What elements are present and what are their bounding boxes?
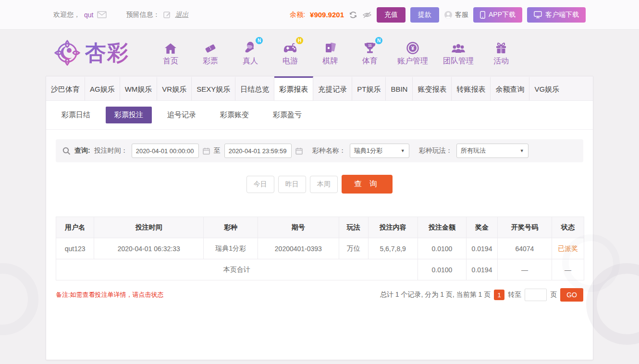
coin-icon: ¥ bbox=[406, 40, 419, 54]
cell-issue: 20200401-0393 bbox=[258, 238, 339, 259]
app-download-label: APP下载 bbox=[489, 11, 516, 19]
col-issue: 期号 bbox=[258, 217, 339, 238]
today-button[interactable]: 今日 bbox=[246, 176, 274, 193]
hot-badge: H bbox=[296, 37, 303, 44]
cell-play: 万位 bbox=[339, 238, 368, 259]
watermark-swirl bbox=[0, 263, 38, 335]
note-text: 备注:如需查看投注单详情，请点击状态 bbox=[56, 291, 164, 299]
total-label: 本页合计 bbox=[56, 259, 418, 280]
subtab-lottery-bets[interactable]: 彩票投注 bbox=[106, 107, 152, 123]
new-badge: N bbox=[375, 37, 382, 44]
subtab-lottery-daily[interactable]: 彩票日结 bbox=[53, 107, 99, 123]
play-type-select[interactable]: 所有玩法 ▼ bbox=[456, 144, 528, 158]
nav-label: 账户管理 bbox=[397, 56, 428, 66]
nav-item-team[interactable]: 团队管理 bbox=[443, 40, 474, 66]
tab-sexy[interactable]: SEXY娱乐 bbox=[192, 76, 235, 100]
pagination-summary: 总计 1 个记录, 分为 1 页, 当前第 1 页 bbox=[380, 291, 491, 299]
lottery-name-value: 瑞典1分彩 bbox=[354, 146, 382, 155]
cell-status-link[interactable]: 已派奖 bbox=[552, 238, 584, 259]
tab-lottery-report[interactable]: 彩票报表 bbox=[274, 76, 313, 100]
tab-ag[interactable]: AG娱乐 bbox=[85, 76, 120, 100]
recharge-button[interactable]: 充值 bbox=[377, 7, 406, 23]
logo-text: 杏彩 bbox=[85, 39, 129, 67]
report-tabbar: 沙巴体育 AG娱乐 WM娱乐 VR娱乐 SEXY娱乐 日结总览 彩票报表 充提记… bbox=[46, 76, 593, 101]
subtab-chase-records[interactable]: 追号记录 bbox=[159, 107, 205, 123]
this-week-button[interactable]: 本周 bbox=[310, 176, 338, 193]
col-prize: 奖金 bbox=[467, 217, 498, 238]
col-status: 状态 bbox=[552, 217, 584, 238]
table-header-row: 用户名 投注时间 彩种 期号 玩法 投注内容 投注金额 奖金 开奖号码 状态 bbox=[56, 217, 584, 238]
total-status: — bbox=[552, 259, 584, 280]
go-button[interactable]: GO bbox=[560, 288, 583, 302]
nav-item-account[interactable]: ¥ 账户管理 bbox=[397, 40, 428, 66]
time-from-input[interactable] bbox=[132, 144, 199, 158]
yesterday-button[interactable]: 昨日 bbox=[278, 176, 306, 193]
mail-icon[interactable] bbox=[97, 11, 107, 18]
cell-username: qut123 bbox=[56, 238, 94, 259]
calendar-icon[interactable] bbox=[295, 147, 303, 155]
cell-prize: 0.0194 bbox=[467, 238, 498, 259]
col-bet-time: 投注时间 bbox=[94, 217, 204, 238]
tab-daily-overview[interactable]: 日结总览 bbox=[235, 76, 274, 100]
nav-item-sports[interactable]: 11 N 体育 bbox=[357, 40, 382, 66]
table-footer: 备注:如需查看投注单详情，请点击状态 总计 1 个记录, 分为 1 页, 当前第… bbox=[56, 288, 583, 302]
tab-shaba-sports[interactable]: 沙巴体育 bbox=[46, 76, 85, 100]
withdraw-button[interactable]: 提款 bbox=[410, 7, 439, 23]
site-header: 杏彩 首页 彩票 N 真人 H 电游 棋牌 bbox=[46, 30, 593, 76]
new-badge: N bbox=[256, 37, 263, 44]
col-bet-content: 投注内容 bbox=[368, 217, 418, 238]
col-play: 玩法 bbox=[339, 217, 368, 238]
play-type-value: 所有玩法 bbox=[461, 146, 486, 155]
watermark-swirl bbox=[586, 263, 639, 345]
current-page-button[interactable]: 1 bbox=[494, 290, 504, 300]
site-logo[interactable]: 杏彩 bbox=[53, 39, 129, 67]
username: qut bbox=[84, 11, 93, 19]
topbar: 欢迎您，qut 预留信息： 退出 余额: ¥909.9201 充值 提款 bbox=[0, 0, 639, 30]
tab-transfer-report[interactable]: 转账报表 bbox=[452, 76, 491, 100]
time-to-input[interactable] bbox=[224, 144, 292, 158]
client-download-button[interactable]: 客户端下载 bbox=[527, 7, 586, 23]
tab-wm[interactable]: WM娱乐 bbox=[120, 76, 158, 100]
gift-icon bbox=[495, 40, 507, 54]
gamepad-icon: H bbox=[283, 40, 297, 54]
reserved-info-label: 预留信息： bbox=[126, 11, 160, 19]
subtab-lottery-profit-loss[interactable]: 彩票盈亏 bbox=[264, 107, 310, 123]
play-type-label: 彩种玩法： bbox=[419, 146, 453, 155]
nav-label: 体育 bbox=[362, 56, 378, 66]
nav-item-promotions[interactable]: 活动 bbox=[489, 40, 514, 66]
edit-icon[interactable] bbox=[163, 11, 171, 19]
nav-item-egames[interactable]: H 电游 bbox=[278, 40, 303, 66]
welcome-text: 欢迎您， bbox=[53, 11, 80, 19]
cell-bet-time: 2020-04-01 06:32:33 bbox=[94, 238, 204, 259]
team-icon bbox=[451, 40, 466, 54]
bet-records-table: 用户名 投注时间 彩种 期号 玩法 投注内容 投注金额 奖金 开奖号码 状态 q… bbox=[56, 217, 584, 280]
trophy-icon: 11 N bbox=[363, 40, 377, 54]
tab-bbin[interactable]: BBIN bbox=[386, 76, 413, 100]
tab-vg[interactable]: VG娱乐 bbox=[529, 76, 564, 100]
tab-deposit-withdraw-records[interactable]: 充提记录 bbox=[313, 76, 352, 100]
nav-label: 活动 bbox=[493, 56, 509, 66]
logo-emblem-icon bbox=[53, 39, 81, 67]
table-total-row: 本页合计 0.0100 0.0194 — — bbox=[56, 259, 584, 280]
calendar-icon[interactable] bbox=[203, 147, 210, 155]
tab-balance-query[interactable]: 余额查询 bbox=[491, 76, 529, 100]
app-download-button[interactable]: APP下载 bbox=[473, 7, 522, 23]
customer-service-link[interactable]: 客服 bbox=[444, 11, 468, 19]
tab-pt[interactable]: PT娱乐 bbox=[352, 76, 386, 100]
cell-draw-number: 64074 bbox=[497, 238, 552, 259]
nav-item-home[interactable]: 首页 bbox=[158, 40, 183, 66]
tab-vr[interactable]: VR娱乐 bbox=[157, 76, 192, 100]
nav-item-cards[interactable]: 棋牌 bbox=[318, 40, 343, 66]
query-form: 查询: 投注时间： 至 彩种名称： 瑞典1分彩 ▼ 彩种玩法： 所有玩法 ▼ bbox=[56, 139, 583, 162]
eye-hide-icon[interactable] bbox=[362, 11, 372, 19]
nav-item-lottery[interactable]: 彩票 bbox=[198, 40, 223, 66]
refresh-icon[interactable] bbox=[349, 11, 357, 19]
subtab-lottery-account-change[interactable]: 彩票账变 bbox=[211, 107, 258, 123]
tab-account-change-report[interactable]: 账变报表 bbox=[413, 76, 452, 100]
logout-link[interactable]: 退出 bbox=[175, 11, 188, 19]
lottery-name-select[interactable]: 瑞典1分彩 ▼ bbox=[350, 144, 409, 158]
search-button[interactable]: 查 询 bbox=[342, 175, 393, 194]
nav-label: 电游 bbox=[283, 56, 298, 66]
nav-item-live[interactable]: N 真人 bbox=[238, 40, 263, 66]
goto-page-input[interactable] bbox=[525, 289, 547, 301]
